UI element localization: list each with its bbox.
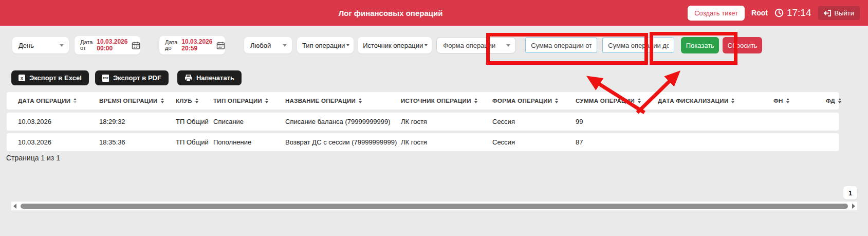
scroll-left-arrow[interactable] [11, 204, 19, 209]
table-cell: ТП Общий [176, 138, 213, 146]
operation-form-placeholder: Форма операции [443, 42, 495, 49]
sort-icon [474, 98, 477, 103]
column-header-label: СУММА ОПЕРАЦИИ [576, 98, 635, 104]
printer-icon [184, 75, 192, 82]
sort-icon [73, 98, 77, 103]
status-select[interactable]: Любой [244, 37, 292, 53]
date-to-value: 10.03.2026 20:59 [181, 39, 212, 52]
column-header-label: ДАТА ФИСКАЛИЗАЦИИ [658, 98, 728, 104]
export-excel-button[interactable]: x Экспорт в Excel [11, 70, 89, 85]
table-row[interactable]: 10.03.202618:35:36ТП ОбщийПополнениеВозв… [7, 133, 839, 151]
scrollbar-track[interactable] [19, 202, 850, 210]
excel-icon: x [19, 75, 25, 81]
amount-to-input[interactable] [602, 38, 674, 53]
table-row[interactable]: 10.03.202618:29:32ТП ОбщийСписаниеСписан… [7, 113, 839, 131]
print-button[interactable]: Напечатать [177, 70, 242, 85]
logout-button[interactable]: Выйти [818, 6, 860, 20]
table-cell: Списание [213, 118, 285, 125]
date-from-label: Дата от [80, 40, 93, 51]
date-to-label: Дата до [165, 40, 177, 51]
reset-button[interactable]: Сбросить [723, 37, 762, 53]
table-body: 10.03.202618:29:32ТП ОбщийСписаниеСписан… [7, 113, 839, 151]
column-header[interactable]: ФН [773, 98, 826, 104]
table-cell: Пополнение [213, 138, 285, 146]
horizontal-scrollbar[interactable] [11, 202, 857, 210]
column-header[interactable]: КЛУБ [176, 98, 213, 104]
operation-source-label: Источник операции [363, 42, 423, 49]
column-header[interactable]: ДАТА ОПЕРАЦИИ [18, 98, 99, 104]
top-bar: Лог финансовых операций Создать тикет Ro… [0, 0, 868, 26]
table-cell: ТП Общий [176, 118, 213, 125]
chevron-down-icon [506, 44, 510, 47]
chevron-down-icon [346, 44, 349, 46]
calendar-icon [132, 41, 140, 50]
column-header-label: НАЗВАНИЕ ОПЕРАЦИИ [285, 98, 356, 104]
column-header[interactable]: ДАТА ФИСКАЛИЗАЦИИ [658, 98, 773, 104]
chevron-down-icon [283, 44, 287, 47]
page-title: Лог финансовых операций [339, 9, 443, 17]
export-pdf-button[interactable]: PDF Экспорт в PDF [95, 70, 169, 85]
table-cell: 87 [576, 138, 658, 146]
column-header-label: ВРЕМЯ ОПЕРАЦИИ [99, 98, 158, 104]
column-header[interactable]: ФД [826, 98, 839, 104]
calendar-icon [216, 41, 225, 50]
column-header[interactable]: ИСТОЧНИК ОПЕРАЦИИ [401, 98, 492, 104]
column-header[interactable]: ТИП ОПЕРАЦИИ [213, 98, 285, 104]
sort-icon [638, 98, 641, 103]
sort-icon [731, 98, 734, 103]
operation-type-select[interactable]: Тип операции [297, 37, 354, 53]
sort-icon [786, 98, 789, 103]
table-cell: Списание баланса (79999999999) [285, 118, 401, 125]
sort-icon [161, 98, 164, 103]
logout-icon [824, 10, 831, 16]
table-cell: Возврат ДС с сессии (79999999999) [285, 138, 401, 146]
logout-label: Выйти [835, 9, 855, 17]
table-cell: ЛК гостя [401, 118, 492, 125]
scroll-right-arrow[interactable] [850, 204, 857, 209]
show-button[interactable]: Показать [681, 37, 719, 53]
column-header[interactable]: ФОРМА ОПЕРАЦИИ [492, 98, 576, 104]
page-summary: Страница 1 из 1 [6, 154, 868, 162]
create-ticket-button[interactable]: Создать тикет [688, 6, 745, 21]
username-label: Root [751, 9, 768, 17]
column-header-label: ДАТА ОПЕРАЦИИ [18, 98, 70, 104]
sort-icon [838, 98, 841, 103]
date-from-picker[interactable]: Дата от 10.03.2026 00:00 [75, 36, 140, 55]
export-excel-label: Экспорт в Excel [29, 74, 82, 82]
scrollbar-thumb[interactable] [21, 204, 848, 209]
status-select-value: Любой [250, 42, 271, 49]
column-header-label: КЛУБ [176, 98, 192, 104]
column-header-label: ФД [826, 98, 835, 104]
period-select-value: День [19, 42, 34, 49]
period-select[interactable]: День [12, 37, 69, 53]
column-header-label: ИСТОЧНИК ОПЕРАЦИИ [401, 98, 471, 104]
table-cell: ЛК гостя [401, 138, 492, 146]
column-header[interactable]: ВРЕМЯ ОПЕРАЦИИ [99, 98, 176, 104]
table-cell: Сессия [492, 118, 576, 125]
table-cell: Сессия [492, 138, 576, 146]
page-1-button[interactable]: 1 [843, 186, 857, 199]
date-from-value: 10.03.2026 00:00 [97, 39, 127, 52]
operation-type-label: Тип операции [302, 42, 345, 49]
time-label: 17:14 [787, 7, 811, 19]
column-header[interactable]: СУММА ОПЕРАЦИИ [576, 98, 658, 104]
pdf-icon: PDF [102, 75, 109, 82]
amount-from-input[interactable] [525, 38, 597, 53]
table-cell: 99 [576, 118, 658, 125]
table-header-row: ДАТА ОПЕРАЦИИВРЕМЯ ОПЕРАЦИИКЛУБТИП ОПЕРА… [7, 92, 839, 110]
column-header-label: ФОРМА ОПЕРАЦИИ [492, 98, 552, 104]
export-pdf-label: Экспорт в PDF [113, 74, 161, 82]
date-to-picker[interactable]: Дата до 10.03.2026 20:59 [159, 36, 225, 55]
clock-icon [774, 8, 784, 17]
table-cell: 10.03.2026 [18, 118, 99, 125]
chevron-down-icon [424, 44, 428, 46]
filter-row: День Дата от 10.03.2026 00:00 Дата до 10… [0, 36, 868, 55]
table-cell: 18:35:36 [99, 138, 176, 146]
clock: 17:14 [774, 7, 811, 19]
column-header[interactable]: НАЗВАНИЕ ОПЕРАЦИИ [285, 98, 401, 104]
sort-icon [359, 98, 362, 103]
operation-form-select[interactable]: Форма операции [436, 37, 516, 53]
operation-source-select[interactable]: Источник операции [358, 37, 432, 53]
sort-icon [555, 98, 558, 103]
column-header-label: ФН [773, 98, 783, 104]
